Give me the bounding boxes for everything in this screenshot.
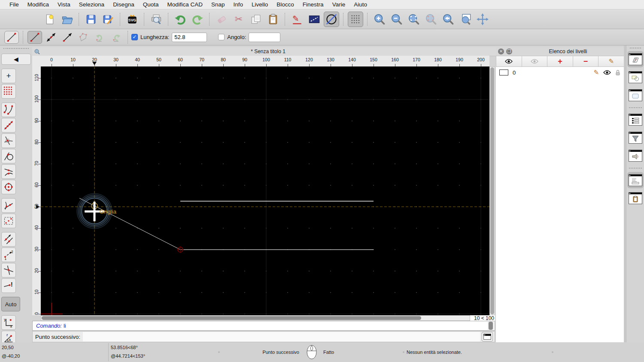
length-label: Lunghezza: [140,34,169,40]
paste-button[interactable] [265,12,281,27]
snap-tangent-button[interactable] [1,149,16,163]
hide-all-layers-button[interactable] [522,56,548,67]
length-checkbox[interactable]: ✓ [131,34,138,40]
edit-layer-button[interactable]: ✎ [598,56,624,67]
ortho-icon [3,265,14,276]
edit-layer-icon[interactable]: ✎ [593,69,599,76]
snap-perpendicular-button[interactable] [1,198,16,213]
dock-drag-handle[interactable] [630,48,641,48]
sidebar-drag-handle[interactable] [3,48,29,51]
drawing-window-titlebar[interactable]: * Senza titolo 1 [32,47,496,56]
save-as-button[interactable] [100,12,116,27]
dock-layer-list-button[interactable] [627,51,644,67]
menu-modifica-cad[interactable]: Modifica CAD [163,1,207,8]
toolbar-separator [367,13,368,26]
restrict-orthogonal-button[interactable] [1,263,16,278]
menu-modifica[interactable]: Modifica [23,1,53,8]
remove-layer-button[interactable]: − [573,56,599,67]
menu-quota[interactable]: Quota [139,1,163,8]
dock-filter-button[interactable] [627,130,644,146]
menu-file[interactable]: File [5,1,23,8]
snap-grid-button[interactable] [1,84,16,99]
cut-button[interactable]: ✂ [231,12,246,27]
redo-button[interactable] [190,12,205,27]
line-segments-button[interactable] [27,31,42,44]
command-input[interactable] [83,332,480,341]
open-drawing-button[interactable] [59,12,75,27]
dock-back-button[interactable]: ◀ [1,54,31,65]
snap-parallel-button[interactable] [1,232,16,247]
zoom-previous-button[interactable] [440,12,456,27]
svg-export-button[interactable]: SVG [125,12,140,27]
dock-entity-list-button[interactable] [627,112,644,128]
line-both-directions-button[interactable] [44,31,58,44]
snap-ellipse-button[interactable] [324,12,339,27]
restrict-nothing-button[interactable]: ! [1,278,16,293]
float-panel-icon[interactable]: ❐ [506,48,512,54]
command-dock-button[interactable] [482,332,493,341]
layer-lock-icon[interactable] [615,69,620,75]
menu-snap[interactable]: Snap [207,1,229,8]
angle-input[interactable] [249,33,280,42]
menu-seleziona[interactable]: Seleziona [75,1,109,8]
menu-info[interactable]: Info [229,1,248,8]
drawing-canvas[interactable]: Griglia [41,66,489,315]
delete-button[interactable] [214,12,229,27]
menu-vista[interactable]: Vista [53,1,75,8]
grid-toggle-button[interactable] [348,12,363,27]
menu-blocco[interactable]: Blocco [272,1,298,8]
show-all-layers-button[interactable] [496,56,522,67]
dock-notify-button[interactable] [627,148,644,164]
print-preview-button[interactable] [149,12,164,27]
snap-intersection-button[interactable] [1,133,16,148]
menu-aiuto[interactable]: Aiuto [349,1,371,8]
command-history-scrollbar[interactable] [488,322,494,330]
dock-library-browser-button[interactable] [627,87,644,103]
snap-on-entity-button[interactable] [1,118,16,133]
canvas-horizontal-scrollbar[interactable] [41,315,470,321]
absolute-polar: 53.8516<68° [111,345,138,350]
undo-button[interactable] [173,12,188,27]
save-button[interactable] [83,12,99,27]
length-input[interactable] [172,33,207,42]
dock-command-line-button[interactable] [627,172,644,188]
menu-livello[interactable]: Livello [247,1,272,8]
zoom-selected-button[interactable] [423,12,439,27]
zoom-auto-button[interactable] [406,12,422,27]
attributes-pen-button[interactable]: ✎ [289,12,305,27]
zoom-window-button[interactable] [458,12,473,27]
new-drawing-button[interactable] [42,12,58,27]
menu-finestra[interactable]: Finestra [298,1,328,8]
snap-distance-button[interactable]: 12 [1,247,16,262]
layer-visibility-icon[interactable] [603,70,611,75]
canvas-vertical-scrollbar[interactable] [489,66,495,315]
restrict-rectangle-button[interactable] [1,214,16,228]
zoom-out-button[interactable] [389,12,404,27]
snap-auto-button[interactable]: Auto [1,297,20,311]
copy-button[interactable] [248,12,264,27]
layer-panel-titlebar[interactable]: ✕ ❐ Elenco dei livelli [496,47,624,56]
snap-endpoints-button[interactable] [1,103,16,117]
svg-text:a: a [9,337,11,342]
dock-block-list-button[interactable] [627,69,644,85]
polyline-button[interactable] [76,31,91,44]
pan-button[interactable] [475,12,490,27]
snap-free-button[interactable]: + [1,69,16,83]
coordinate-cartesian-button[interactable]: yx [1,315,16,330]
snap-center-button[interactable] [1,180,16,194]
menu-disegna[interactable]: Disegna [109,1,139,8]
line-attributes-button[interactable] [307,12,322,27]
add-layer-button[interactable]: + [547,56,573,67]
save-icon [85,14,97,25]
layer-row[interactable]: 0✎ [496,67,624,77]
dock-clipboard-button[interactable] [627,190,644,206]
angle-checkbox[interactable] [218,34,225,40]
redo-segment-button[interactable] [109,31,124,44]
snap-middle-button[interactable] [1,164,16,179]
line-vector-button[interactable] [60,31,75,44]
close-icon[interactable]: ✕ [498,48,504,54]
current-tool-indicator[interactable] [4,31,19,44]
zoom-in-button[interactable] [372,12,387,27]
menu-varie[interactable]: Varie [328,1,350,8]
undo-segment-button[interactable] [93,31,107,44]
